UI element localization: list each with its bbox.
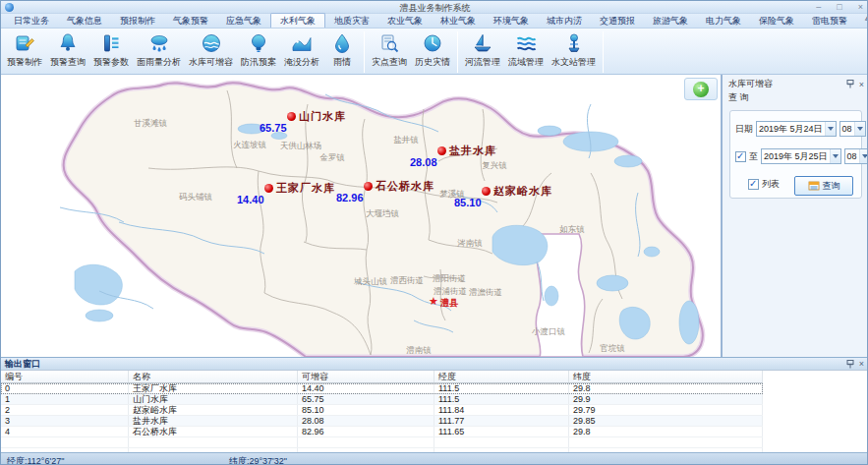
list-checkbox[interactable]: ✓: [748, 179, 759, 190]
tab-lightning-warning[interactable]: 雷电预警: [803, 14, 856, 28]
table-row[interactable]: 3 盐井水库 28.08 111.77 29.85: [1, 416, 763, 427]
to-date-checkbox[interactable]: ✓: [735, 151, 746, 162]
river-manage-button[interactable]: 河流管理: [461, 30, 504, 70]
title-bar: 澧县业务制作系统 – □ ×: [1, 1, 868, 14]
chevron-down-icon: [830, 149, 840, 163]
output-window: 输出窗口 × 编号 名称 可增容 经度 纬度 0 王家厂水库 14.40 111…: [1, 357, 868, 452]
table-row[interactable]: 2 赵家峪水库 85.10 111.84 29.79: [1, 405, 763, 416]
tab-daily-business[interactable]: 日常业务: [5, 14, 58, 28]
cell-id: 1: [1, 394, 129, 404]
reservoir-value: 14.40: [237, 194, 264, 205]
town-label: 火连坡镇: [233, 140, 266, 151]
cell-capacity: 85.10: [298, 405, 434, 415]
tab-water-weather[interactable]: 水利气象: [270, 13, 325, 28]
table-row[interactable]: 0 王家厂水库 14.40 111.5 29.8: [1, 383, 763, 394]
tab-agriculture-weather[interactable]: 农业气象: [378, 14, 432, 28]
query-button-label: 查询: [823, 180, 840, 193]
tab-forecast-making[interactable]: 预报制作: [111, 14, 164, 28]
tool-label: 历史灾情: [415, 56, 450, 69]
output-window-title: 输出窗口: [5, 358, 841, 371]
rain-info-button[interactable]: 雨情: [323, 30, 361, 70]
town-label: 金罗镇: [319, 152, 345, 164]
table-row[interactable]: 4 石公桥水库 82.96 111.65 29.8: [1, 427, 763, 437]
disaster-history-icon: [421, 31, 444, 55]
end-date-select[interactable]: 2019年 5月25日: [761, 148, 841, 164]
column-header[interactable]: 经度: [434, 371, 569, 382]
map-canvas[interactable]: 甘溪滩镇 火连坡镇 天供山林场 金罗镇 盐井镇 码头铺镇 复兴镇 梦溪镇 大堰垱…: [1, 75, 722, 357]
column-header[interactable]: 编号: [1, 371, 129, 382]
close-button[interactable]: ×: [858, 1, 863, 14]
table-row[interactable]: 1 山门水库 65.75 111.5 29.9: [1, 394, 763, 405]
reservoir-value: 65.75: [260, 122, 287, 134]
tab-insurance-weather[interactable]: 保险气象: [750, 14, 803, 28]
tool-label: 水文站管理: [551, 56, 596, 69]
area-rainfall-button[interactable]: 面雨量分析: [133, 30, 185, 70]
column-header[interactable]: 纬度: [569, 371, 763, 382]
rain-drop-icon: [330, 31, 354, 55]
reservoir-name: 盐井水库: [449, 144, 496, 158]
start-hour-select[interactable]: 08: [839, 121, 866, 137]
cell-name: 盐井水库: [129, 416, 298, 426]
tab-forestry-weather[interactable]: 林业气象: [432, 14, 485, 28]
tab-tourism-weather[interactable]: 旅游气象: [644, 14, 697, 28]
basin-manage-button[interactable]: 流域管理: [504, 30, 548, 70]
close-icon[interactable]: ×: [859, 359, 864, 369]
cell-capacity: 65.75: [298, 394, 434, 404]
tab-weather-warning[interactable]: 气象预警: [164, 14, 217, 28]
status-bar: 经度:112°6'27" 纬度:29°37'32": [1, 452, 868, 465]
county-star-icon: ★: [429, 295, 438, 308]
disaster-history-button[interactable]: 历史灾情: [411, 30, 454, 70]
reservoir-name: 石公桥水库: [376, 179, 434, 194]
cell-name: 赵家峪水库: [129, 405, 298, 415]
tab-geo-disaster[interactable]: 地质灾害: [325, 14, 378, 28]
start-hour-value: 08: [840, 124, 854, 134]
town-label: 澧阳街道: [433, 273, 466, 285]
column-header[interactable]: 可增容: [298, 371, 434, 382]
tab-weather-index[interactable]: 气象指数: [856, 14, 868, 28]
query-button-icon: [808, 180, 820, 192]
tab-traffic-forecast[interactable]: 交通预报: [591, 14, 644, 28]
tool-label: 预警查询: [50, 56, 86, 69]
alert-params-button[interactable]: 预警参数: [89, 30, 133, 70]
town-label: 如东镇: [559, 224, 585, 236]
date-label: 日期: [735, 123, 753, 136]
cell-id: 3: [1, 416, 129, 426]
tab-urban-flood[interactable]: 城市内涝: [538, 14, 591, 28]
basin-waves-icon: [514, 31, 538, 55]
tab-environment-weather[interactable]: 环境气象: [485, 14, 538, 28]
tool-label: 预警制作: [7, 56, 42, 69]
chevron-down-icon: [854, 122, 865, 136]
alert-bell-icon: [56, 31, 80, 55]
end-hour-select[interactable]: 08: [844, 148, 868, 164]
reservoir-value: 85.10: [454, 197, 482, 208]
county-seat-label: 澧县: [440, 297, 458, 310]
close-icon[interactable]: ×: [859, 80, 864, 89]
tool-label: 面雨量分析: [137, 56, 181, 69]
toolbar-separator: [457, 31, 458, 73]
disaster-search-icon: [377, 31, 401, 55]
tab-weather-info[interactable]: 气象信息: [58, 14, 111, 28]
tab-power-weather[interactable]: 电力气象: [697, 14, 750, 28]
disaster-point-query-button[interactable]: 灾点查询: [368, 30, 411, 70]
town-label: 官垸镇: [600, 343, 625, 355]
minimize-button[interactable]: –: [816, 1, 821, 14]
maximize-button[interactable]: □: [837, 1, 841, 14]
query-section-label: 查 询: [723, 90, 868, 104]
area-rainfall-icon: [147, 31, 171, 55]
hydro-station-manage-button[interactable]: 水文站管理: [548, 30, 600, 70]
alert-query-button[interactable]: 预警查询: [46, 30, 89, 70]
pin-icon[interactable]: [846, 360, 854, 369]
reservoir-capacity-button[interactable]: 水库可增容: [185, 30, 237, 70]
column-header[interactable]: 名称: [129, 371, 298, 382]
town-label: 甘溪滩镇: [134, 118, 167, 130]
start-date-select[interactable]: 2019年 5月24日: [756, 121, 837, 137]
zoom-in-button[interactable]: +: [693, 82, 709, 97]
alert-make-button[interactable]: 预警制作: [3, 30, 46, 70]
pin-icon[interactable]: [846, 80, 854, 88]
table-header-row: 编号 名称 可增容 经度 纬度: [1, 371, 763, 383]
submerge-analysis-button[interactable]: 淹没分析: [280, 30, 323, 70]
query-button[interactable]: 查询: [794, 176, 853, 196]
reservoir-dot-icon: [364, 182, 373, 191]
tab-emergency-weather[interactable]: 应急气象: [217, 14, 270, 28]
flood-plan-button[interactable]: 防汛预案: [237, 30, 280, 70]
